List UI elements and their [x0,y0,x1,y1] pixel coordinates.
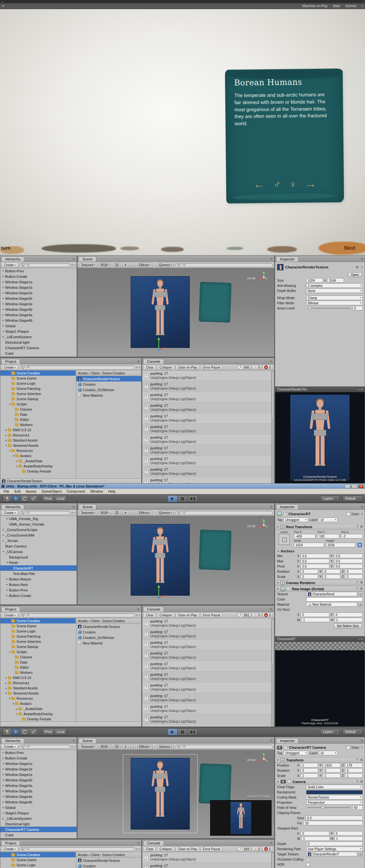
x-input[interactable]: 0 [301,613,330,617]
toggle-2d-button[interactable]: 2D [113,510,121,515]
expand-arrow-icon[interactable]: ▼ [4,444,8,447]
inspector-tab[interactable]: Inspector [276,738,299,743]
info-count-badge[interactable]: !689 [237,847,251,851]
component-enabled-checkbox[interactable]: ✓ [287,780,291,783]
detach-icon[interactable]: ▪ [358,388,360,391]
breadcrumb-item[interactable]: Assets [78,853,88,857]
project-folder-scene-startup[interactable]: Scene-Startup [0,644,76,649]
effects-dropdown[interactable]: Effects ▾ [137,744,153,749]
project-folder-scene-game[interactable]: Scene-Game [0,857,76,863]
far-input[interactable]: 10 [303,821,363,825]
project-folder-kmo-0-9-10[interactable]: ►KMO 0.9.10 [0,427,76,433]
audio-toggle-icon[interactable]: ♪ [130,262,136,268]
project-folder-scene-creation[interactable]: Scene-Creation [0,852,76,857]
asset-item-characterrendertexture[interactable]: CharacterRenderTexture [76,624,141,629]
expand-arrow-icon[interactable]: ► [5,578,9,580]
expand-arrow-icon[interactable]: ► [4,687,8,689]
hierarchy-item-button-create[interactable]: ►Button-Create [0,274,77,279]
column-view-icon[interactable]: ≡ [136,847,138,850]
inspector-tab[interactable]: Inspector [276,256,299,262]
move-tool-button[interactable] [12,728,20,735]
console-log-entry[interactable]: !pushing: 17UnityEngine.Debug:Log(Object… [142,629,271,640]
console-log-entry[interactable]: !pushing: 17UnityEngine.Debug:Log(Object… [142,682,271,693]
y-input[interactable]: 0.5 [334,559,363,563]
scene-search-input[interactable]: ▾All [175,745,273,749]
console-log-entry[interactable]: !pushing: 17UnityEngine.Debug:Log(Object… [142,445,271,456]
console-log-entry[interactable]: !pushing: 17UnityEngine.Debug:Log(Object… [142,863,271,868]
console-collapse-button[interactable]: Collapse [157,365,174,370]
x-input[interactable]: 0.5 [301,559,330,563]
hierarchy-item-window-stage1a[interactable]: ►Window-Stage1a [0,761,77,766]
hierarchy-item-button-prev[interactable]: ►Button-Prev [0,587,77,593]
effects-dropdown[interactable]: Effects ▾ [137,262,153,268]
hierarchy-item-button-prev[interactable]: ►Button-Prev [0,268,77,274]
position-x-input[interactable]: 1 [301,763,318,768]
expand-arrow-icon[interactable]: ► [2,275,5,278]
orientation-gizmo[interactable] [257,271,271,284]
width-input[interactable]: 1024 [294,543,324,547]
hierarchy-item-uma-female-rig[interactable]: ►UMA_Female_Rig [0,516,77,521]
project-folder-workers[interactable]: Workers [0,670,76,675]
project-folder-data[interactable]: Data [0,412,76,417]
hdr-checkbox[interactable] [306,863,310,866]
project-folder-scene-startup[interactable]: Scene-Startup [0,396,76,402]
help-icon[interactable]: ? [356,525,358,529]
panel-menu-icon[interactable]: ≡ [137,841,139,845]
expand-arrow-icon[interactable]: ▼ [8,450,11,452]
scene-tab[interactable]: Scene [79,256,96,262]
occlusion-culling-checkbox[interactable]: ✓ [306,858,310,861]
hierarchy-item-window-stage3b[interactable]: ►Window-Stage3b [0,788,77,794]
audio-toggle-icon[interactable]: ♪ [130,510,136,515]
menu-file[interactable]: File [1,489,12,493]
breadcrumb-item[interactable]: Client [91,853,99,857]
shading-mode-dropdown[interactable]: Textured ▾ [79,510,97,515]
hierarchy-item-uma-human-female[interactable]: UMA_Human_Female [0,521,77,527]
scale-tool-button[interactable] [29,495,38,502]
hierarchy-item-text-maintitle[interactable]: Text-MainTitle [0,571,77,576]
return-button[interactable]: turn [1,245,10,251]
project-folder-editor[interactable]: Editor [0,665,76,670]
project-tab[interactable]: Project [1,359,20,364]
console-error-pause-button[interactable]: Error Pause [201,613,222,618]
expand-arrow-icon[interactable]: ► [15,460,19,462]
hierarchy-item-crossscenescripts[interactable]: ►_CrossSceneScripts [0,527,77,532]
prev-arrow-icon[interactable]: ← [253,180,265,190]
console-tab[interactable]: Console [143,359,164,364]
expand-arrow-icon[interactable]: ► [4,682,8,684]
project-folder-classes[interactable]: Classes [0,654,76,660]
scene-viewport[interactable]: persp [78,268,274,356]
help-icon[interactable]: ? [356,758,358,762]
expand-arrow-icon[interactable]: ▼ [12,455,15,457]
project-folder-scene-login[interactable]: Scene-Login [0,381,76,386]
scene-viewport[interactable]: persp [78,516,274,604]
height-input[interactable]: 1536 [326,543,356,547]
error-count-badge[interactable]: ×0 [262,847,273,851]
scale-y-input[interactable]: 2 [323,575,341,579]
expand-arrow-icon[interactable]: ▼ [5,561,9,564]
asset-item-creation[interactable]: Creation [76,381,141,387]
hand-tool-button[interactable] [3,495,12,502]
close-icon[interactable]: × [362,1,363,3]
size-height-input[interactable]: 1536 [327,278,344,283]
project-tab[interactable]: Project [1,607,20,612]
expand-arrow-icon[interactable]: ► [4,439,8,442]
help-icon[interactable]: ? [356,587,358,591]
create-button[interactable]: Create ▾ [2,510,18,515]
console-log-entry[interactable]: !pushing: 17UnityEngine.Debug:Log(Object… [142,477,271,484]
expand-arrow-icon[interactable]: ► [5,589,9,591]
expand-arrow-icon[interactable]: ► [2,539,5,542]
expand-arrow-icon[interactable]: ► [2,319,5,321]
lock-icon[interactable]: • [139,847,140,850]
console-log-entry[interactable]: !pushing: 17UnityEngine.Debug:Log(Object… [142,456,271,466]
project-folder-scene-login[interactable]: Scene-Login [0,863,76,868]
expand-arrow-icon[interactable]: ► [2,303,5,305]
gizmos-button[interactable]: Gizmos [345,4,356,8]
shading-mode-dropdown[interactable]: Textured ▾ [79,744,97,749]
lock-icon[interactable]: • [139,366,140,369]
project-folder-streamed-assets[interactable]: ▼Streamed Assets [0,443,76,448]
console-clear-on-play-button[interactable]: Clear on Play [175,613,199,618]
hierarchy-item-main-camera[interactable]: Main Camera [0,544,77,549]
expand-arrow-icon[interactable]: ► [4,429,8,431]
position-y-input[interactable]: 1910 [323,763,341,768]
next-arrow-icon[interactable]: → [305,179,316,189]
